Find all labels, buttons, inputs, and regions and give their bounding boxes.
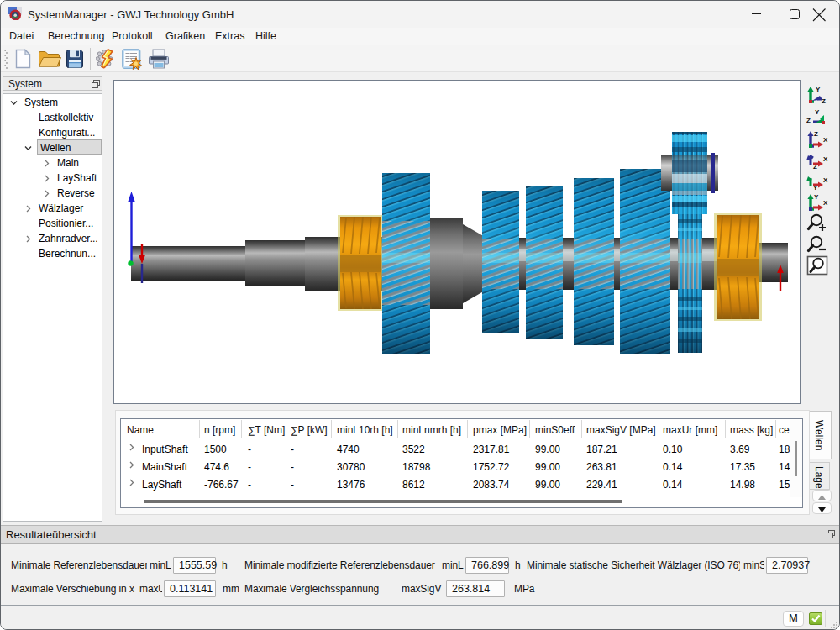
svg-text:Z: Z bbox=[822, 97, 826, 105]
svg-text:Y: Y bbox=[814, 193, 819, 201]
svg-text:X: X bbox=[823, 199, 828, 207]
svg-text:X: X bbox=[823, 136, 828, 144]
svg-text:Y: Y bbox=[815, 108, 820, 116]
svg-text:Y: Y bbox=[816, 86, 821, 93]
svg-text:Z: Z bbox=[814, 130, 818, 138]
svg-text:X: X bbox=[823, 155, 828, 163]
svg-text:Z: Z bbox=[806, 117, 811, 124]
svg-text:X: X bbox=[823, 176, 828, 184]
